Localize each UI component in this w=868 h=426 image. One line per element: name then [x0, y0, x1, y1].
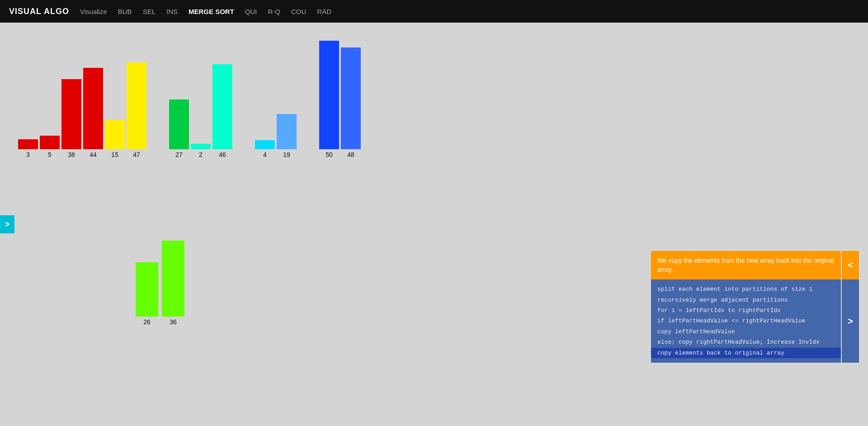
bottom-bar	[162, 241, 184, 317]
bar-label: 15	[111, 151, 118, 158]
nav-sel[interactable]: SEL	[143, 8, 156, 15]
navbar: VISUAL ALGO Visualize BUB SEL INS MERGE …	[0, 0, 868, 23]
bar	[83, 68, 103, 149]
bar-label: 4	[263, 151, 267, 158]
bar-item: 50	[319, 41, 339, 158]
bar	[169, 99, 189, 149]
code-block: split each element into partitions of si…	[651, 279, 841, 363]
bottom-bar	[136, 262, 158, 317]
code-line: else: copy rightPartHeadValue; Increase …	[657, 337, 835, 347]
info-nav-right-button[interactable]: >	[842, 279, 859, 363]
bar-label: 3	[26, 151, 30, 158]
main-area: 3538441547272464195048 2636 > Merge Sort…	[0, 23, 868, 426]
bar-item: 48	[341, 47, 361, 158]
code-line: copy leftPartHeadValue	[657, 327, 835, 337]
nav-rq[interactable]: R-Q	[268, 8, 281, 15]
nav-cou[interactable]: COU	[291, 8, 306, 15]
info-box: We copy the elements from the new array …	[651, 251, 841, 363]
bar-label: 50	[326, 151, 333, 158]
bottom-bar-label: 36	[170, 318, 177, 326]
bar-label: 46	[219, 151, 226, 158]
bar-label: 5	[48, 151, 52, 158]
bar-item: 19	[277, 114, 297, 158]
code-line: copy elements back to original array	[651, 348, 841, 358]
bar	[255, 140, 275, 149]
nav-rad[interactable]: RAD	[317, 8, 331, 15]
bar-item: 27	[169, 99, 189, 158]
right-panel: Merge Sort We copy the elements from the…	[665, 23, 868, 426]
code-line: if leftPartHeadValue <= rightPartHeadVal…	[657, 316, 835, 326]
bottom-bar-item: 26	[136, 262, 158, 326]
nav-merge-sort[interactable]: MERGE SORT	[189, 8, 234, 15]
visualization-area: 3538441547272464195048 2636 >	[0, 23, 665, 426]
nav-ins[interactable]: INS	[166, 8, 178, 15]
bar-label: 48	[347, 151, 354, 158]
bar	[18, 139, 38, 149]
bar	[341, 47, 361, 149]
bar-label: 2	[199, 151, 203, 158]
info-highlight-text: We copy the elements from the new array …	[651, 251, 841, 279]
bar-item: 4	[255, 140, 275, 158]
top-bar-chart: 3538441547272464195048	[18, 32, 361, 158]
left-nav-button[interactable]: >	[0, 215, 14, 233]
bar	[40, 136, 60, 149]
bar	[277, 114, 297, 149]
bar	[191, 144, 211, 149]
bar-item: 46	[212, 64, 232, 158]
nav-visualize[interactable]: Visualize	[80, 8, 107, 15]
bottom-bar-item: 36	[162, 241, 184, 326]
bar	[105, 120, 125, 149]
nav-qui[interactable]: QUI	[245, 8, 257, 15]
bar-item: 38	[61, 79, 81, 158]
bar-label: 19	[283, 151, 290, 158]
bar	[61, 79, 81, 149]
bar-item: 47	[127, 62, 146, 158]
bottom-bar-label: 26	[143, 318, 151, 326]
bottom-bar-chart: 2636	[136, 213, 184, 326]
bar-item: 5	[40, 136, 60, 158]
nav-bub[interactable]: BUB	[118, 8, 132, 15]
code-line: recursively merge adjacent partitions	[657, 295, 835, 305]
info-nav-left-button[interactable]: <	[842, 251, 859, 279]
brand-logo: VISUAL ALGO	[9, 7, 69, 16]
bar-item: 3	[18, 139, 38, 158]
bar-label: 44	[90, 151, 97, 158]
bar-label: 27	[175, 151, 183, 158]
bar-item: 2	[191, 144, 211, 158]
code-line: split each element into partitions of si…	[657, 284, 835, 294]
bar	[212, 64, 232, 149]
bar-label: 38	[68, 151, 75, 158]
bar-item: 15	[105, 120, 125, 158]
code-line: for i = leftPartIdx to rightPartIdx	[657, 305, 835, 316]
bar-label: 47	[133, 151, 140, 158]
bar	[319, 41, 339, 149]
bar	[127, 62, 146, 149]
bar-item: 44	[83, 68, 103, 158]
